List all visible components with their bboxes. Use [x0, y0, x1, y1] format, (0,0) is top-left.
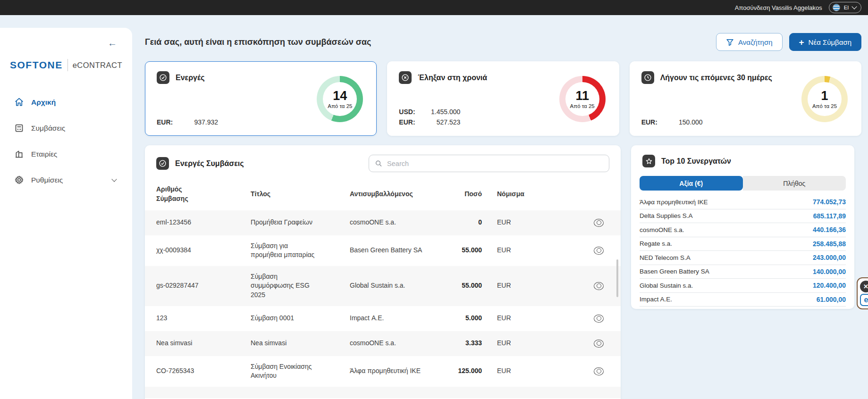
partner-value: 140.000,00 [813, 268, 846, 275]
partner-value: 243.000,00 [813, 254, 846, 261]
donut-caption: Από τα 25 [328, 103, 352, 109]
sidebar-item-contracts[interactable]: Συμβάσεις [0, 115, 132, 141]
table-search-box[interactable] [369, 155, 609, 172]
partner-name: Impact A.E. [640, 296, 672, 303]
stat-card-values: USD: 1.455.000 EUR: 527.523 [399, 108, 460, 126]
sidebar-item-settings[interactable]: Ρυθμίσεις [0, 167, 132, 193]
table-header-row: Αριθμός Σύμβασης Τίτλος Αντισυμβαλλόμενο… [145, 176, 621, 210]
search-filter-button[interactable]: Αναζήτηση [716, 33, 782, 51]
tab-count[interactable]: Πλήθος [743, 176, 846, 191]
view-contract-icon[interactable] [594, 219, 604, 227]
cell-title: Προμήθεια Γραφείων [251, 212, 350, 233]
new-contract-label: Νέα Σύμβαση [809, 38, 851, 46]
view-contract-icon[interactable] [594, 367, 604, 375]
x-circle-icon [399, 71, 412, 84]
list-item: Basen Green Battery SA 140.000,00 [640, 265, 846, 279]
cell-number: 123 [156, 308, 251, 329]
sidebar-item-label: Ρυθμίσεις [31, 176, 63, 184]
tab-value[interactable]: Αξία (€) [640, 176, 743, 191]
sidebar-nav: Αρχική Συμβάσεις Εταιρίες Ρυθμίσεις [0, 89, 132, 193]
list-item: Regate s.a. 258.485,88 [640, 237, 846, 251]
partners-title: Top 10 Συνεργατών [661, 157, 731, 166]
stat-cards-row: Ενεργές EUR: 937.932 14 Από τα 25 [132, 51, 868, 136]
cell-number: gs-029287447 [156, 275, 251, 297]
table-row[interactable]: 123 Σύμβαση 0001 Impact Α.Ε. 5.000 EUR [145, 306, 621, 331]
view-contract-icon[interactable] [594, 247, 604, 255]
stat-card-title: Έληξαν στη χρονιά [418, 74, 487, 82]
cell-currency: EUR [482, 308, 553, 329]
table-row[interactable]: CO-7265343 Σύμβαση Ενοικίασης Ακινήτου Ά… [145, 356, 621, 387]
brand-product: eCONTRACT [73, 61, 122, 70]
table-row[interactable]: eml-123456 Προμήθεια Γραφείων cosmoONE s… [145, 210, 621, 235]
check-circle-icon [156, 157, 169, 170]
sidebar-item-home[interactable]: Αρχική [0, 89, 132, 115]
partners-list: Άλφα προμηθευτική ΙΚΕ 774.052,73 Delta S… [640, 195, 846, 307]
donut-caption: Από τα 25 [812, 103, 837, 109]
currency-amount: 527.523 [420, 118, 460, 126]
table-row[interactable]: gs-029287447 Σύμβαση συμμόρφωσης ESG 202… [145, 266, 621, 306]
sidebar-item-companies[interactable]: Εταιρίες [0, 141, 132, 167]
donut-count: 1 [821, 90, 828, 102]
star-icon [642, 155, 655, 167]
view-contract-icon[interactable] [594, 315, 604, 323]
close-icon[interactable]: ✕ [860, 281, 868, 292]
stat-card-expired[interactable]: Έληξαν στη χρονιά USD: 1.455.000 EUR: 52… [387, 61, 619, 136]
econtract-logo-icon[interactable]: e [860, 294, 868, 306]
partner-value: 685.117,89 [813, 212, 846, 220]
list-item: cosmoONE s.a. 440.166,36 [640, 223, 846, 237]
filter-funnel-icon [726, 38, 734, 46]
brand-divider [67, 59, 68, 71]
feedback-edge-widget[interactable]: ✕ e [857, 277, 868, 309]
new-contract-button[interactable]: + Νέα Σύμβαση [789, 33, 862, 51]
check-circle-icon [157, 71, 169, 84]
lower-row: Ενεργές Συμβάσεις Αριθμός Σύμβασης Τίτλο… [132, 136, 868, 399]
table-row[interactable]: Nea simvasi Nea simvasi cosmoONE s.a. 3.… [145, 331, 621, 356]
cell-party: Basen Green Battery SA [350, 240, 444, 261]
brand-name: SOFTONE [10, 59, 63, 71]
table-scrollbar[interactable] [616, 259, 618, 297]
col-header-party: Αντισυμβαλλόμενος [350, 189, 444, 199]
col-header-amount: Ποσό [444, 189, 482, 199]
partner-name: Regate s.a. [640, 240, 672, 247]
partner-name: NED Telecom S.A [640, 254, 691, 261]
col-header-currency: Νόμισμα [482, 189, 553, 199]
currency-amount: 937.932 [177, 118, 218, 126]
cell-amount: 5.000 [444, 308, 482, 329]
partners-tabs: Αξία (€) Πλήθος [640, 176, 846, 191]
partner-value: 61.000,00 [817, 296, 846, 303]
currency-amount: 1.455.000 [420, 108, 460, 116]
expiring-donut-chart: 1 Από τα 25 [801, 76, 848, 122]
table-row[interactable]: χχ-0009384 Σύμβαση για προμήθεια μπαταρί… [145, 235, 621, 266]
sidebar-collapse-arrow-icon[interactable]: ← [108, 38, 117, 48]
home-icon [14, 97, 24, 107]
table-title: Ενεργές Συμβάσεις [175, 159, 244, 168]
view-contract-icon[interactable] [594, 340, 604, 348]
gear-icon [14, 175, 24, 185]
cell-party: Impact Α.Ε. [350, 308, 444, 329]
cell-title: Σύμβαση συμμόρφωσης ESG 2025 [251, 266, 329, 306]
search-icon [375, 159, 382, 167]
sidebar-item-label: Εταιρίες [31, 150, 57, 158]
currency-code: EUR: [157, 118, 177, 126]
partner-name: Άλφα προμηθευτική ΙΚΕ [640, 199, 708, 206]
view-contract-icon[interactable] [594, 282, 604, 290]
list-item: Άλφα προμηθευτική ΙΚΕ 774.052,73 [640, 195, 846, 209]
stat-card-expiring-soon[interactable]: Λήγουν τις επόμενες 30 ημέρες EUR: 150.0… [630, 61, 861, 136]
logout-link[interactable]: Αποσύνδεση Vassilis Aggelakos [735, 4, 822, 11]
cell-currency: EUR [482, 332, 553, 354]
stat-card-title: Ενεργές [176, 74, 205, 82]
stat-card-active[interactable]: Ενεργές EUR: 937.932 14 Από τα 25 [145, 61, 377, 136]
search-input[interactable] [387, 160, 603, 167]
cell-number: Nea simvasi [156, 332, 251, 354]
topbar: Αποσύνδεση Vassilis Aggelakos El [0, 0, 868, 15]
currency-code: EUR: [641, 118, 662, 126]
table-body: eml-123456 Προμήθεια Γραφείων cosmoONE s… [145, 210, 621, 398]
partner-value: 120.400,00 [813, 282, 846, 289]
col-header-title: Τίτλος [251, 189, 350, 199]
cell-title: Σύμβαση 0001 [251, 308, 350, 329]
sidebar-item-label: Συμβάσεις [31, 124, 65, 133]
cell-party: Global Sustain s.a. [350, 275, 444, 297]
language-selector[interactable]: El [829, 2, 861, 13]
chevron-down-icon[interactable] [111, 176, 117, 182]
sidebar: ← SOFTONE eCONTRACT Αρχική Συμβάσεις Ετα… [0, 28, 132, 399]
